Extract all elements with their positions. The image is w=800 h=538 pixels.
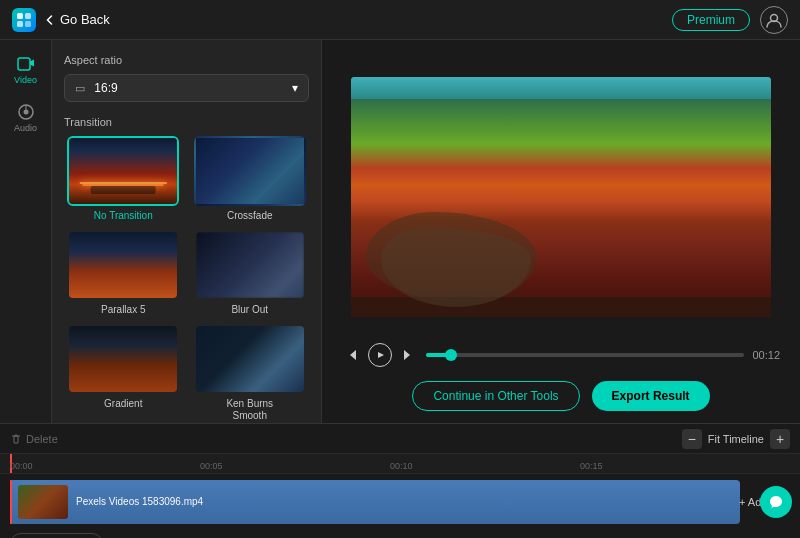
sidebar-item-audio[interactable]: Audio — [4, 96, 48, 140]
topbar-right: Premium — [672, 6, 788, 34]
transition-section: Transition No Transition — [64, 116, 309, 422]
transition-item-gradient[interactable]: Gradient — [64, 324, 183, 422]
transition-item-crossfade[interactable]: Crossfade — [191, 136, 310, 222]
ruler-mark-2: 00:10 — [390, 461, 413, 471]
transition-label-kenburns: Ken BurnsSmooth — [226, 398, 273, 422]
video-controls: 00:12 — [322, 337, 800, 373]
fit-timeline-button[interactable]: Fit Timeline — [708, 433, 764, 445]
clip-thumbnail — [18, 485, 68, 519]
transition-label-gradient: Gradient — [104, 398, 142, 410]
export-result-button[interactable]: Export Result — [592, 381, 710, 411]
sidebar-item-video[interactable]: Video — [4, 48, 48, 92]
go-back-button[interactable]: Go Back — [44, 12, 110, 27]
transition-item-kenburns[interactable]: Ken BurnsSmooth — [191, 324, 310, 422]
skip-back-button[interactable] — [342, 346, 360, 364]
ruler-mark-3: 00:15 — [580, 461, 603, 471]
topbar: Go Back Premium — [0, 0, 800, 40]
action-buttons: Continue in Other Tools Export Result — [322, 373, 800, 423]
ruler-mark-0: 00:00 — [10, 461, 33, 471]
app-icon — [12, 8, 36, 32]
transition-thumb-gradient — [67, 324, 179, 394]
aspect-ratio-label: Aspect ratio — [64, 54, 309, 66]
transition-thumb-crossfade — [194, 136, 306, 206]
track-playhead — [10, 480, 12, 524]
transition-label-blurout: Blur Out — [231, 304, 268, 316]
transition-item-blurout[interactable]: Blur Out — [191, 230, 310, 316]
timeline-tracks: Pexels Videos 1583096.mp4 + Add files — [0, 474, 800, 529]
zoom-in-button[interactable]: + — [770, 429, 790, 449]
clip-name: Pexels Videos 1583096.mp4 — [76, 496, 203, 507]
transition-label-crossfade: Crossfade — [227, 210, 273, 222]
video-frame — [351, 77, 771, 317]
premium-button[interactable]: Premium — [672, 9, 750, 31]
svg-rect-1 — [25, 13, 31, 19]
video-timeline-track[interactable] — [426, 353, 744, 357]
svg-rect-0 — [17, 13, 23, 19]
user-avatar[interactable] — [760, 6, 788, 34]
transition-grid: No Transition Crossfade Parallax 5 — [64, 136, 309, 422]
settings-panel: Aspect ratio ▭ 16:9 ▾ Transition — [52, 40, 322, 423]
svg-rect-2 — [17, 21, 23, 27]
delete-button[interactable]: Delete — [10, 433, 58, 445]
topbar-left: Go Back — [12, 8, 110, 32]
sidebar-nav: Video Audio — [0, 40, 52, 423]
timeline-toolbar: Delete − Fit Timeline + — [0, 424, 800, 454]
transition-item-no-transition[interactable]: No Transition — [64, 136, 183, 222]
video-time-total: 00:12 — [752, 349, 780, 361]
transition-label-no-transition: No Transition — [94, 210, 153, 222]
svg-rect-3 — [25, 21, 31, 27]
play-button[interactable] — [368, 343, 392, 367]
transition-thumb-kenburns — [194, 324, 306, 394]
transition-item-parallax5[interactable]: Parallax 5 — [64, 230, 183, 316]
chevron-down-icon: ▾ — [292, 81, 298, 95]
add-music-button[interactable]: Add Music — [10, 533, 103, 538]
aspect-ratio-select[interactable]: ▭ 16:9 ▾ — [64, 74, 309, 102]
ruler-mark-1: 00:05 — [200, 461, 223, 471]
transition-thumb-no-transition — [67, 136, 179, 206]
video-frame-inner — [351, 77, 771, 317]
transition-thumb-blurout — [194, 230, 306, 300]
timeline-ruler: 00:00 00:05 00:10 00:15 — [0, 454, 800, 474]
timeline-zoom-controls: − Fit Timeline + — [682, 429, 790, 449]
chat-bubble-button[interactable] — [760, 486, 792, 518]
main-area: Video Audio Aspect ratio ▭ 16:9 ▾ Transi… — [0, 40, 800, 423]
transition-thumb-parallax5 — [67, 230, 179, 300]
track-clip-video[interactable]: Pexels Videos 1583096.mp4 — [10, 480, 740, 524]
zoom-out-button[interactable]: − — [682, 429, 702, 449]
timeline-area: Delete − Fit Timeline + 00:00 00:05 00:1… — [0, 423, 800, 538]
timeline-bottom: Add Music — [0, 529, 800, 538]
svg-rect-5 — [18, 58, 30, 70]
video-timeline-thumb[interactable] — [445, 349, 457, 361]
video-preview — [322, 40, 800, 337]
transition-label-parallax5: Parallax 5 — [101, 304, 145, 316]
continue-tools-button[interactable]: Continue in Other Tools — [412, 381, 579, 411]
preview-area: 00:12 Continue in Other Tools Export Res… — [322, 40, 800, 423]
aspect-ratio-icon: ▭ — [75, 82, 85, 94]
skip-forward-button[interactable] — [400, 346, 418, 364]
transition-label: Transition — [64, 116, 309, 128]
